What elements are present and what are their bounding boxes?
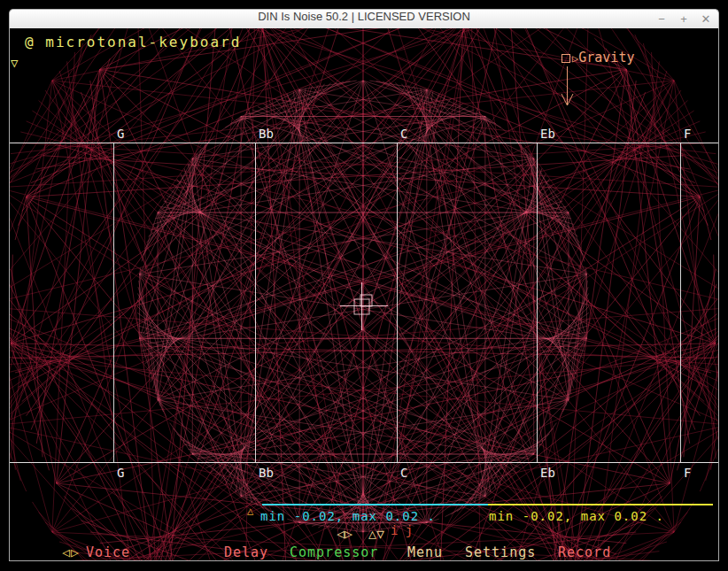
gravity-handle-icon[interactable] — [561, 54, 570, 63]
note-label-c-bottom[interactable]: C — [400, 466, 407, 480]
note-label-g-top[interactable]: G — [117, 127, 124, 141]
note-label-f-bottom[interactable]: F — [684, 466, 691, 480]
nav-left-right-arrows[interactable]: ◁▷ — [337, 526, 352, 542]
close-button[interactable]: ✕ — [701, 10, 711, 28]
bottom-bar-menu[interactable]: Menu — [407, 544, 443, 560]
title-bar[interactable]: DIN Is Noise 50.2 | LICENSED VERSION − +… — [9, 9, 719, 29]
ruler-marker-icon[interactable]: △ — [247, 505, 253, 517]
maximize-button[interactable]: + — [678, 10, 689, 28]
pitch-ruler-left[interactable] — [262, 504, 488, 505]
note-label-c-top[interactable]: C — [400, 127, 407, 141]
note-label-eb-top[interactable]: Eb — [540, 127, 555, 141]
note-label-bb-top[interactable]: Bb — [259, 127, 274, 141]
drop-down-triangle-icon[interactable]: ▽ — [11, 56, 18, 70]
range-readout-right: min -0.02, max 0.02 . — [489, 509, 664, 523]
bottom-bar-delay[interactable]: Delay — [224, 544, 268, 560]
bottom-bar-voice-prev-next[interactable]: ◁▷ — [62, 544, 80, 560]
bottom-bar-voice[interactable]: Voice — [86, 544, 130, 560]
keyboard-surface[interactable] — [10, 28, 718, 560]
bottom-bar-compressor[interactable]: Compressor — [290, 544, 378, 560]
bottom-bar-settings[interactable]: Settings — [465, 544, 536, 560]
gravity-widget[interactable]: ▷Gravity — [561, 50, 634, 66]
bottom-bar-record[interactable]: Record — [558, 544, 611, 560]
window-title: DIN Is Noise 50.2 | LICENSED VERSION — [10, 10, 718, 28]
app-window: DIN Is Noise 50.2 | LICENSED VERSION − +… — [9, 9, 719, 561]
note-label-f-top[interactable]: F — [684, 127, 691, 141]
nav-extra-glyphs: i j — [391, 523, 413, 537]
minimize-button[interactable]: − — [656, 10, 667, 28]
note-label-bb-bottom[interactable]: Bb — [259, 466, 274, 480]
range-readout-left: min -0.02, max 0.02 . — [260, 509, 436, 523]
window-controls: − + ✕ — [656, 10, 711, 28]
note-label-g-bottom[interactable]: G — [117, 466, 124, 480]
desktop: { "window": { "title": "DIN Is Noise 50.… — [0, 0, 728, 571]
pitch-ruler-right[interactable] — [488, 504, 713, 505]
note-label-eb-bottom[interactable]: Eb — [540, 466, 555, 480]
nav-up-down-arrows[interactable]: △▽ — [368, 526, 384, 542]
gravity-label: Gravity — [578, 50, 634, 66]
editor-title: @ microtonal-keyboard — [25, 34, 241, 50]
client-area: @ microtonal-keyboard ▽ ▷Gravity GBbCEbF… — [9, 28, 719, 561]
